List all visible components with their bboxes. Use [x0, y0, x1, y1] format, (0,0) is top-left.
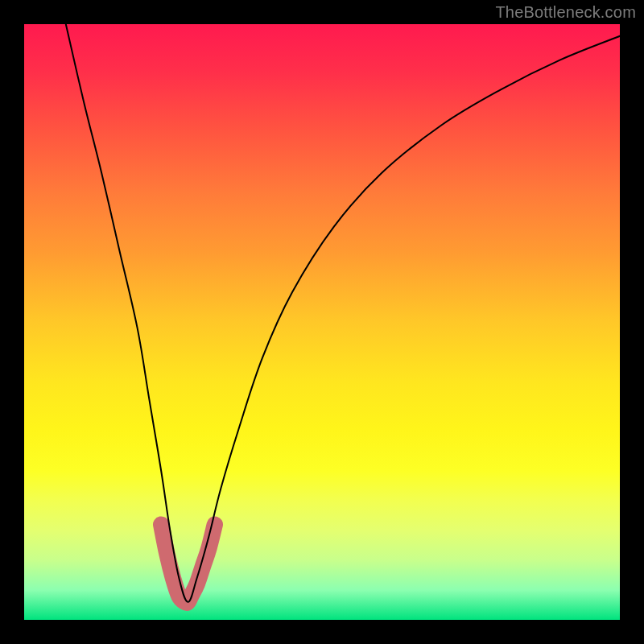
watermark-text: TheBottleneck.com	[495, 3, 636, 22]
bottleneck-curve-path	[66, 24, 620, 602]
chart-frame: TheBottleneck.com	[0, 0, 644, 644]
plot-area	[24, 24, 620, 620]
minimum-highlight-path	[161, 525, 215, 603]
curve-svg	[24, 24, 620, 620]
